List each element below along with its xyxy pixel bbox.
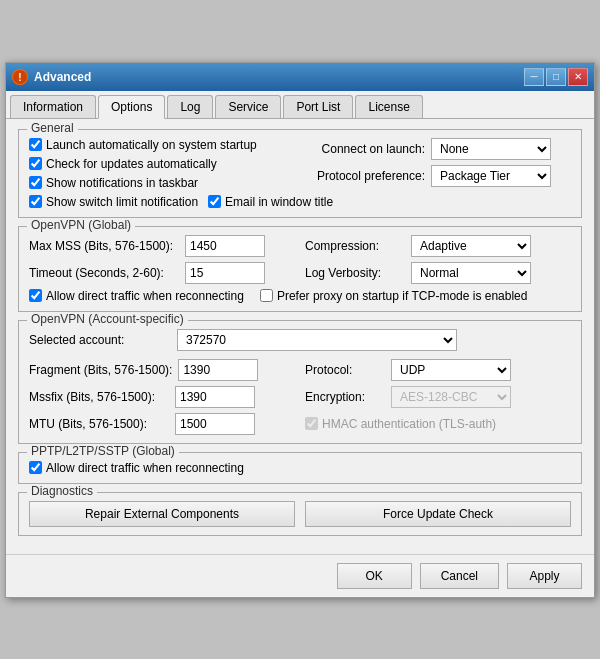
mssfix-label: Mssfix (Bits, 576-1500): [29, 390, 169, 404]
connect-launch-label: Connect on launch: [305, 142, 425, 156]
log-verbosity-select[interactable]: Normal Verbose Debug [411, 262, 531, 284]
tab-bar: Information Options Log Service Port Lis… [6, 91, 594, 119]
allow-direct-global-input[interactable] [29, 289, 42, 302]
mssfix-input[interactable] [175, 386, 255, 408]
check-updates-input[interactable] [29, 157, 42, 170]
protocol-select[interactable]: UDP TCP [391, 359, 511, 381]
mtu-input[interactable] [175, 413, 255, 435]
window-title: Advanced [34, 70, 91, 84]
tab-service[interactable]: Service [215, 95, 281, 118]
allow-direct-pptp-label: Allow direct traffic when reconnecting [46, 461, 244, 475]
diagnostics-label: Diagnostics [27, 484, 97, 498]
tab-license[interactable]: License [355, 95, 422, 118]
launch-auto-input[interactable] [29, 138, 42, 151]
allow-direct-global-check[interactable]: Allow direct traffic when reconnecting [29, 289, 244, 303]
allow-direct-pptp-input[interactable] [29, 461, 42, 474]
prefer-proxy-label: Prefer proxy on startup if TCP-mode is e… [277, 289, 528, 303]
log-verbosity-label: Log Verbosity: [305, 266, 405, 280]
diagnostics-buttons-row: Repair External Components Force Update … [29, 501, 571, 527]
switch-limit-label: Show switch limit notification [46, 195, 198, 209]
switch-limit-check[interactable]: Show switch limit notification [29, 195, 198, 209]
protocol-label: Protocol: [305, 363, 385, 377]
hmac-check[interactable]: HMAC authentication (TLS-auth) [305, 417, 496, 431]
max-mss-label: Max MSS (Bits, 576-1500): [29, 239, 179, 253]
protocol-pref-row: Protocol preference: Package Tier UDP TC… [305, 165, 571, 187]
maximize-button[interactable]: □ [546, 68, 566, 86]
account-select[interactable]: 372570 [177, 329, 457, 351]
general-section: General Launch automatically on system s… [18, 129, 582, 218]
tab-information[interactable]: Information [10, 95, 96, 118]
apply-button[interactable]: Apply [507, 563, 582, 589]
max-mss-input[interactable] [185, 235, 265, 257]
show-notifications-check[interactable]: Show notifications in taskbar [29, 176, 198, 190]
connect-on-launch-row: Connect on launch: None Last Fastest [305, 138, 571, 160]
connect-launch-select[interactable]: None Last Fastest [431, 138, 551, 160]
encryption-label: Encryption: [305, 390, 385, 404]
prefer-proxy-input[interactable] [260, 289, 273, 302]
show-notifications-input[interactable] [29, 176, 42, 189]
main-window: ! Advanced ─ □ ✕ Information Options Log… [5, 62, 595, 598]
launch-auto-label: Launch automatically on system startup [46, 138, 257, 152]
switch-limit-input[interactable] [29, 195, 42, 208]
footer: OK Cancel Apply [6, 554, 594, 597]
app-icon: ! [12, 69, 28, 85]
compression-select[interactable]: Adaptive On Off [411, 235, 531, 257]
tab-log[interactable]: Log [167, 95, 213, 118]
check-updates-label: Check for updates automatically [46, 157, 217, 171]
allow-direct-pptp-check[interactable]: Allow direct traffic when reconnecting [29, 461, 571, 475]
tab-options[interactable]: Options [98, 95, 165, 119]
protocol-pref-label: Protocol preference: [305, 169, 425, 183]
cancel-button[interactable]: Cancel [420, 563, 499, 589]
pptp-section: PPTP/L2TP/SSTP (Global) Allow direct tra… [18, 452, 582, 484]
minimize-button[interactable]: ─ [524, 68, 544, 86]
options-content: General Launch automatically on system s… [6, 119, 594, 554]
prefer-proxy-check[interactable]: Prefer proxy on startup if TCP-mode is e… [260, 289, 528, 303]
encryption-select[interactable]: AES-128-CBC [391, 386, 511, 408]
allow-direct-global-label: Allow direct traffic when reconnecting [46, 289, 244, 303]
general-label: General [27, 121, 78, 135]
protocol-pref-select[interactable]: Package Tier UDP TCP [431, 165, 551, 187]
email-window-label: Email in window title [225, 195, 333, 209]
email-window-check[interactable]: Email in window title [208, 195, 333, 209]
ok-button[interactable]: OK [337, 563, 412, 589]
force-update-button[interactable]: Force Update Check [305, 501, 571, 527]
fragment-input[interactable] [178, 359, 258, 381]
email-window-input[interactable] [208, 195, 221, 208]
hmac-input[interactable] [305, 417, 318, 430]
compression-label: Compression: [305, 239, 405, 253]
launch-auto-check[interactable]: Launch automatically on system startup [29, 138, 295, 152]
timeout-label: Timeout (Seconds, 2-60): [29, 266, 179, 280]
selected-account-label: Selected account: [29, 333, 169, 347]
diagnostics-section: Diagnostics Repair External Components F… [18, 492, 582, 536]
openvpn-account-section: OpenVPN (Account-specific) Selected acco… [18, 320, 582, 444]
close-button[interactable]: ✕ [568, 68, 588, 86]
check-updates-check[interactable]: Check for updates automatically [29, 157, 295, 171]
pptp-label: PPTP/L2TP/SSTP (Global) [27, 444, 179, 458]
repair-button[interactable]: Repair External Components [29, 501, 295, 527]
mtu-label: MTU (Bits, 576-1500): [29, 417, 169, 431]
show-notifications-label: Show notifications in taskbar [46, 176, 198, 190]
selected-account-row: Selected account: 372570 [29, 329, 571, 351]
openvpn-global-section: OpenVPN (Global) Max MSS (Bits, 576-1500… [18, 226, 582, 312]
openvpn-global-label: OpenVPN (Global) [27, 218, 135, 232]
fragment-label: Fragment (Bits, 576-1500): [29, 363, 172, 377]
timeout-input[interactable] [185, 262, 265, 284]
title-bar: ! Advanced ─ □ ✕ [6, 63, 594, 91]
openvpn-account-label: OpenVPN (Account-specific) [27, 312, 188, 326]
hmac-label: HMAC authentication (TLS-auth) [322, 417, 496, 431]
svg-text:!: ! [18, 72, 21, 83]
tab-portlist[interactable]: Port List [283, 95, 353, 118]
